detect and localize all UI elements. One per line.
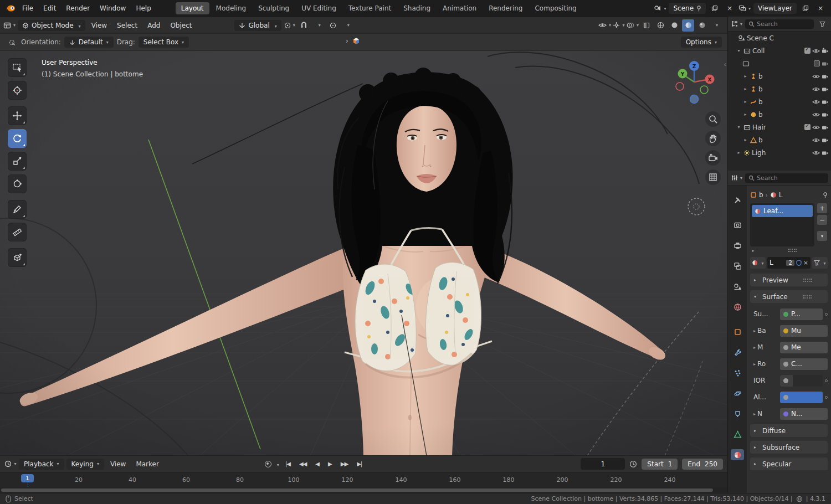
camera-visibility-icon[interactable] [822, 48, 829, 54]
camera-view-button[interactable] [705, 150, 721, 166]
base-color-button[interactable]: Mu [780, 325, 828, 337]
tp-play[interactable] [325, 460, 335, 468]
tool-annotate[interactable] [8, 200, 27, 219]
tab-object-data[interactable] [731, 429, 744, 440]
tab-animation[interactable]: Animation [437, 2, 482, 14]
tab-modeling[interactable]: Modeling [211, 2, 252, 14]
timeline-scrollbar-thumb[interactable] [1, 488, 713, 492]
collection-checkbox[interactable] [814, 60, 820, 66]
surface-shader-button[interactable]: P... [780, 308, 823, 320]
tab-rendering[interactable]: Rendering [483, 2, 528, 14]
menu-help[interactable]: Help [131, 3, 155, 14]
proportional-falloff-button[interactable] [341, 19, 353, 32]
timeline-ruler[interactable]: 1 20 40 60 80 100 120 140 160 180 200 22… [0, 472, 727, 487]
outliner-search-input[interactable] [757, 20, 811, 28]
disclosure-icon[interactable] [736, 48, 742, 53]
tab-layout[interactable]: Layout [176, 2, 209, 14]
tp-play-rev[interactable] [312, 460, 322, 468]
animate-dot[interactable] [825, 396, 828, 399]
menu-add[interactable]: Add [143, 20, 164, 31]
camera-visibility-icon[interactable] [822, 111, 829, 117]
outliner-row-light[interactable]: Ligh [733, 146, 831, 159]
mode-selector[interactable]: Object Mode [18, 20, 85, 31]
disclosure-icon[interactable] [742, 112, 748, 117]
tab-particles[interactable] [731, 367, 744, 378]
panel-subsurface[interactable]: Subsurface [750, 441, 828, 454]
unlink-material-icon[interactable]: × [803, 259, 808, 266]
expand-icon[interactable] [753, 412, 756, 416]
tab-compositing[interactable]: Compositing [529, 2, 582, 14]
tool-transform[interactable] [8, 174, 27, 193]
panel-grip[interactable] [803, 279, 812, 282]
outliner-row-collection[interactable]: Coll [733, 44, 831, 57]
viewlayer-selector[interactable]: ViewLayer [753, 3, 797, 14]
tab-modifiers[interactable] [731, 347, 744, 358]
camera-visibility-icon[interactable] [822, 86, 829, 92]
menu-object[interactable]: Object [166, 20, 196, 31]
tool-cursor[interactable] [8, 81, 27, 100]
eye-icon[interactable] [812, 74, 820, 79]
tab-constraints[interactable] [731, 408, 744, 419]
expand-icon[interactable] [753, 328, 756, 333]
viewlayer-copy-icon[interactable] [799, 2, 812, 14]
menu-render[interactable]: Render [61, 3, 94, 14]
disclosure-icon[interactable] [742, 137, 748, 142]
header-collapse-icon[interactable]: › [346, 37, 348, 45]
tp-jump-start[interactable] [283, 460, 293, 468]
proportional-edit-button[interactable] [327, 19, 339, 32]
eye-icon[interactable] [812, 125, 820, 130]
collection-checkbox[interactable] [804, 48, 811, 54]
disclosure-icon[interactable] [736, 125, 742, 130]
tp-next-key[interactable] [338, 460, 351, 468]
outliner-row-subcollection[interactable] [740, 57, 831, 70]
scene-copy-icon[interactable] [709, 2, 721, 14]
outliner-row-surface[interactable]: b [740, 108, 831, 121]
current-frame-field[interactable] [581, 458, 625, 470]
region-toggle[interactable]: ‹ [724, 61, 726, 68]
tab-render[interactable] [731, 219, 744, 230]
animate-dot[interactable] [825, 313, 828, 316]
panel-preview[interactable]: Preview [750, 274, 828, 286]
breadcrumb-object[interactable]: b [759, 191, 763, 199]
panel-surface[interactable]: Surface [750, 290, 828, 303]
collection-checkbox[interactable] [804, 124, 811, 130]
material-slot-list[interactable]: Leaf... [750, 203, 814, 246]
axes-cube-icon[interactable] [352, 37, 361, 45]
metallic-button[interactable]: Me [780, 342, 828, 353]
scene-unlink-icon[interactable]: × [724, 2, 736, 14]
tab-output[interactable] [731, 240, 744, 251]
tab-world[interactable] [731, 301, 744, 312]
snap-toggle-button[interactable] [298, 19, 310, 32]
gizmo-y-label[interactable]: Y [680, 71, 685, 77]
outliner-row-curves[interactable]: b [740, 95, 831, 108]
object-visibility-button[interactable] [598, 19, 611, 32]
xray-toggle-button[interactable] [640, 19, 653, 32]
tool-scale[interactable] [8, 152, 27, 171]
camera-visibility-icon[interactable] [822, 124, 829, 130]
camera-visibility-icon[interactable] [822, 60, 829, 66]
disclosure-icon[interactable] [736, 150, 742, 155]
scene-browse-icon[interactable] [654, 2, 666, 14]
breadcrumb-material[interactable]: L [779, 191, 783, 199]
outliner-row-armature-1[interactable]: b [740, 70, 831, 83]
expand-icon[interactable] [753, 362, 756, 367]
tab-view-layer[interactable] [731, 260, 744, 271]
outliner-row-hair-collection[interactable]: Hair [733, 121, 831, 133]
playback-dropdown[interactable]: Playback [19, 459, 64, 470]
drag-dropdown[interactable]: Select Box [138, 37, 189, 48]
outliner-filter-icon[interactable] [816, 18, 828, 30]
editor-type-button[interactable] [3, 19, 16, 32]
menu-edit[interactable]: Edit [39, 3, 60, 14]
scene-selector[interactable]: Scene [669, 3, 706, 14]
outliner-row-scene[interactable]: Scene C [728, 32, 831, 44]
shading-wireframe-button[interactable] [654, 19, 666, 32]
shading-options-button[interactable] [710, 19, 722, 32]
ior-slider[interactable] [780, 375, 823, 387]
end-frame-field[interactable]: End 250 [682, 459, 723, 470]
camera-visibility-icon[interactable] [822, 137, 829, 143]
expand-icon[interactable] [753, 345, 756, 350]
properties-editor-type-button[interactable] [731, 172, 743, 184]
navigation-gizmo[interactable]: Z Y X [673, 59, 715, 105]
animate-dot[interactable] [825, 379, 828, 382]
slot-specials-button[interactable] [817, 231, 827, 241]
